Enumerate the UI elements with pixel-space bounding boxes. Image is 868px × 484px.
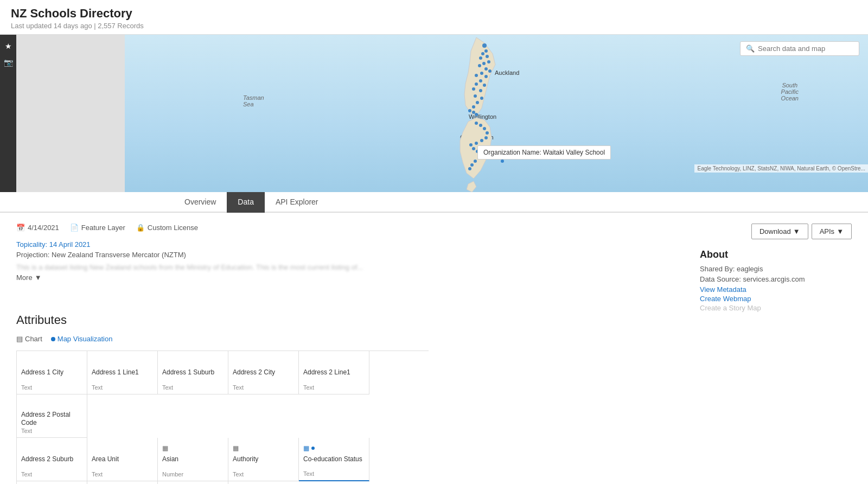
lock-icon: 🔒 bbox=[136, 224, 145, 232]
meta-layer-type: 📄 Feature Layer bbox=[70, 224, 125, 232]
svg-point-3 bbox=[486, 55, 489, 58]
map-tooltip: Organization Name: Waitaki Valley School bbox=[477, 145, 611, 160]
view-metadata-link[interactable]: View Metadata bbox=[700, 285, 852, 294]
attr-card-type: Text bbox=[92, 471, 153, 477]
attr-card[interactable]: ▦AuthorityText bbox=[228, 438, 299, 481]
about-title: About bbox=[700, 249, 852, 260]
svg-point-13 bbox=[479, 79, 482, 82]
attr-card[interactable]: Address 2 SuburbText bbox=[17, 438, 87, 481]
map-sidebar-icons: ★ 📷 bbox=[0, 35, 16, 192]
attr-card-type: Text bbox=[233, 471, 294, 477]
attr-card[interactable]: Address 2 Line1Text bbox=[299, 351, 369, 394]
attr-card[interactable]: Address 2 Postal CodeText bbox=[17, 394, 87, 438]
apis-label: APIs bbox=[820, 227, 834, 235]
chart-link[interactable]: ▤ Chart bbox=[16, 335, 42, 343]
svg-point-15 bbox=[483, 84, 486, 87]
about-data-source: Data Source: services.arcgis.com bbox=[700, 275, 852, 283]
svg-point-16 bbox=[472, 87, 475, 91]
page-subtitle: Last updated 14 days ago | 2,557 Records bbox=[11, 22, 857, 30]
description-blur: This is a dataset listing New Zealand sc… bbox=[16, 263, 852, 271]
create-webmap-link[interactable]: Create Webmap bbox=[700, 295, 852, 303]
download-button[interactable]: Download ▼ bbox=[751, 224, 808, 239]
create-storymap-link: Create a Story Map bbox=[700, 304, 852, 312]
attr-card-type: Number bbox=[162, 471, 224, 477]
svg-point-18 bbox=[474, 94, 477, 98]
svg-point-22 bbox=[472, 111, 475, 114]
attr-card[interactable]: Col NameText bbox=[87, 481, 158, 484]
svg-point-0 bbox=[482, 43, 487, 48]
attr-card-name: Address 2 Suburb bbox=[21, 455, 82, 471]
attr-card-name: Authority bbox=[233, 455, 294, 471]
tab-api-explorer[interactable]: API Explorer bbox=[265, 192, 329, 213]
attr-card-type: Text bbox=[92, 384, 153, 391]
attr-card[interactable]: ▦Co-education StatusText bbox=[299, 438, 369, 481]
svg-point-9 bbox=[488, 69, 492, 73]
more-chevron-icon: ▼ bbox=[35, 273, 42, 282]
apis-button[interactable]: APIs ▼ bbox=[812, 224, 852, 239]
map-vis-link[interactable]: Map Visualization bbox=[51, 335, 113, 343]
meta-license: 🔒 Custom License bbox=[136, 224, 198, 232]
camera-icon[interactable]: 📷 bbox=[2, 56, 14, 68]
attr-card-type: Text bbox=[303, 384, 365, 391]
attr-card[interactable]: Address 1 SuburbText bbox=[158, 351, 228, 394]
svg-point-37 bbox=[474, 160, 477, 163]
attr-card-name: Address 2 Postal Code bbox=[21, 411, 82, 428]
page-header: NZ Schools Directory Last updated 14 day… bbox=[0, 0, 868, 35]
tab-data[interactable]: Data bbox=[227, 192, 265, 213]
document-icon: 📄 bbox=[70, 224, 79, 232]
chart-map-row: ▤ Chart Map Visualization bbox=[16, 335, 852, 343]
attr-card[interactable]: Contact1 NameText bbox=[158, 481, 228, 484]
dot-icon bbox=[51, 337, 55, 341]
svg-point-4 bbox=[479, 56, 482, 60]
attr-card-type: Text bbox=[21, 471, 82, 477]
attr-card[interactable]: Address 1 CityText bbox=[17, 351, 87, 394]
svg-point-30 bbox=[480, 139, 483, 142]
svg-point-31 bbox=[475, 142, 478, 145]
svg-point-12 bbox=[484, 75, 488, 78]
svg-point-5 bbox=[487, 60, 490, 63]
meta-date: 📅 4/14/2021 bbox=[16, 224, 59, 232]
attr-grid-row1: Address 1 CityTextAddress 1 Line1TextAdd… bbox=[16, 351, 429, 438]
attr-card[interactable]: ▦Col IdNumber bbox=[17, 481, 87, 484]
nz-map-svg bbox=[406, 35, 547, 192]
svg-point-6 bbox=[482, 62, 486, 65]
svg-point-2 bbox=[481, 52, 484, 55]
svg-point-25 bbox=[475, 122, 478, 125]
svg-point-28 bbox=[486, 131, 489, 135]
svg-point-20 bbox=[476, 101, 479, 104]
calendar-icon: 📅 bbox=[16, 224, 25, 232]
attr-card-name: Address 1 Suburb bbox=[162, 368, 224, 384]
attr-card-type: Text bbox=[233, 384, 294, 391]
search-icon: 🔍 bbox=[746, 44, 755, 53]
svg-point-33 bbox=[472, 147, 475, 150]
svg-point-32 bbox=[469, 143, 473, 147]
attr-card[interactable]: Address 2 CityText bbox=[228, 351, 299, 394]
map-attribution: Eagle Technology, LINZ, StatsNZ, NIWA, N… bbox=[694, 164, 868, 173]
tasman-sea-label: TasmanSea bbox=[243, 94, 264, 107]
star-icon[interactable]: ★ bbox=[2, 40, 14, 52]
svg-point-23 bbox=[468, 109, 471, 112]
svg-point-27 bbox=[483, 127, 486, 130]
tab-overview[interactable]: Overview bbox=[174, 192, 227, 213]
attr-card[interactable]: Address 1 Line1Text bbox=[87, 351, 158, 394]
apis-chevron: ▼ bbox=[837, 227, 844, 235]
download-label: Download bbox=[760, 227, 791, 235]
attr-card-name: Address 1 City bbox=[21, 368, 82, 384]
map-search-input[interactable] bbox=[758, 44, 853, 53]
attr-grid-row2: Address 2 SuburbTextArea UnitText▦AsianN… bbox=[16, 438, 429, 484]
svg-point-39 bbox=[468, 167, 471, 170]
svg-point-8 bbox=[484, 67, 488, 71]
attr-card-type: Text bbox=[21, 384, 82, 391]
attr-card[interactable]: ▦AsianNumber bbox=[158, 438, 228, 481]
about-section: About Shared By: eaglegis Data Source: s… bbox=[700, 249, 852, 313]
attributes-title: Attributes bbox=[16, 313, 852, 327]
attr-card-type: Text bbox=[162, 384, 224, 391]
action-buttons: Download ▼ APIs ▼ bbox=[751, 224, 852, 239]
map-search-bar[interactable]: 🔍 bbox=[740, 41, 859, 56]
svg-point-24 bbox=[475, 113, 478, 116]
attr-card-name: Address 2 Line1 bbox=[303, 368, 365, 384]
svg-point-10 bbox=[480, 72, 483, 75]
south-pacific-label: SouthPacificOcean bbox=[781, 82, 799, 101]
attr-card[interactable]: Area UnitText bbox=[87, 438, 158, 481]
attributes-section: Attributes ▤ Chart Map Visualization Add… bbox=[16, 313, 852, 484]
